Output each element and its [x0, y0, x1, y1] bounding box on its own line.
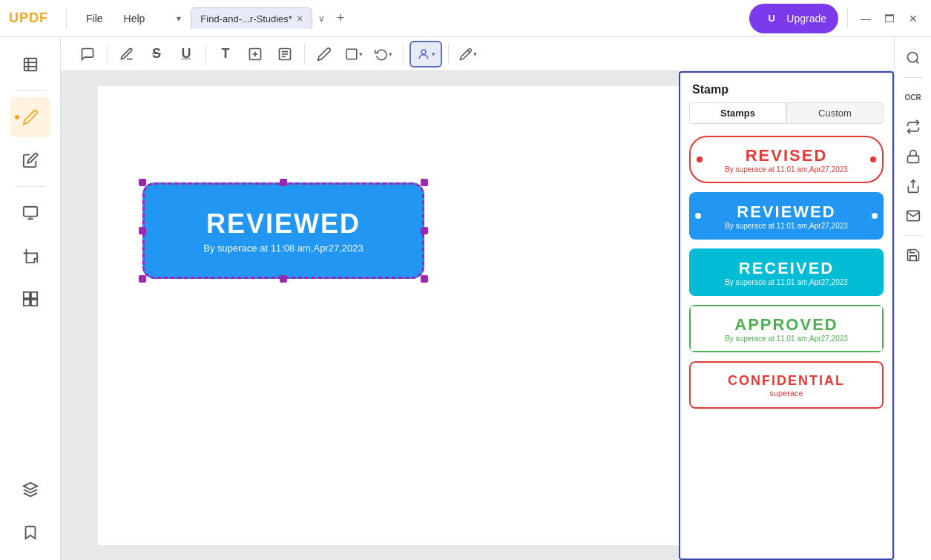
stamp-item-reviewed[interactable]: REVIEWED By superace at 11:01 am,Apr27,2…: [689, 192, 884, 240]
rsb-ocr[interactable]: OCR: [900, 84, 927, 111]
rsb-protect[interactable]: [900, 143, 927, 170]
resize-handle-tr[interactable]: [421, 179, 428, 186]
titlebar: UPDF File Help ▾ Find-and-...r-Studies* …: [0, 0, 931, 37]
user-avatar: U: [761, 8, 782, 29]
upgrade-button[interactable]: U Upgrade: [749, 4, 838, 33]
stamp-reviewed-shape: REVIEWED By superace at 11:01 am,Apr27,2…: [689, 192, 884, 240]
tool-divider2: [205, 45, 206, 64]
menu-file[interactable]: File: [79, 10, 111, 27]
svg-rect-14: [23, 300, 29, 306]
tab-bar: ▾ Find-and-...r-Studies* × ∨ +: [170, 7, 350, 29]
rsb-convert[interactable]: [900, 113, 927, 140]
lsb-organize[interactable]: [10, 193, 50, 233]
rsb-divider1: [904, 77, 922, 78]
tool-text-block[interactable]: [272, 41, 298, 67]
lsb-edit[interactable]: [10, 140, 50, 180]
stamp-approved-title: APPROVED: [734, 315, 838, 335]
svg-rect-9: [23, 207, 36, 217]
svg-rect-15: [30, 300, 36, 306]
rsb-share[interactable]: [900, 173, 927, 200]
svg-rect-12: [23, 292, 29, 298]
rsb-email[interactable]: [900, 202, 927, 229]
svg-rect-13: [30, 292, 36, 298]
stamp-tabs: Stamps Custom: [689, 102, 884, 124]
svg-line-4: [467, 50, 470, 52]
stamp-confidential-title: CONFIDENTIAL: [728, 373, 845, 389]
stamp-arrow: ▾: [432, 50, 435, 58]
titlebar-divider2: [847, 10, 848, 27]
lsb-crop[interactable]: [10, 236, 50, 276]
pdf-canvas: REVIEWED By superace at 11:08 am,Apr27,2…: [98, 86, 708, 545]
lsb-annotate-wrapper: [10, 97, 50, 137]
stamp-item-confidential[interactable]: CONFIDENTIAL superace: [689, 361, 884, 409]
tool-rotate[interactable]: ▾: [370, 41, 397, 67]
tab-dropdown[interactable]: ∨: [318, 13, 325, 24]
active-indicator: [15, 115, 19, 119]
resize-handle-mr[interactable]: [421, 227, 428, 234]
svg-point-3: [421, 50, 426, 54]
tool-highlight[interactable]: [114, 41, 140, 67]
active-tab[interactable]: Find-and-...r-Studies* ×: [191, 7, 312, 29]
lsb-bookmark[interactable]: [10, 513, 50, 553]
lsb-layers[interactable]: [10, 470, 50, 510]
stamp-revised-shape: REVISED By superace at 11:01 am,Apr27,20…: [689, 136, 884, 183]
svg-rect-2: [346, 49, 357, 59]
canvas-stamp-inner: REVIEWED By superace at 11:08 am,Apr27,2…: [142, 182, 424, 279]
tool-text-box[interactable]: [242, 41, 269, 67]
minimize-button[interactable]: —: [857, 10, 875, 27]
stamp-dot-left: [697, 157, 703, 162]
stamp-button[interactable]: ▾: [409, 41, 442, 67]
stamp-list: REVISED By superace at 11:01 am,Apr27,20…: [680, 131, 892, 559]
tab-add-btn[interactable]: +: [331, 9, 350, 28]
close-button[interactable]: ✕: [904, 10, 922, 27]
tool-strikethrough[interactable]: S: [143, 41, 170, 67]
tool-divider5: [448, 45, 449, 64]
rsb-divider2: [904, 235, 922, 236]
maximize-button[interactable]: 🗖: [881, 10, 898, 27]
lsb-pages[interactable]: [10, 45, 50, 85]
stamp-item-received[interactable]: RECEIVED By superace at 11:01 am,Apr27,2…: [689, 248, 884, 296]
rotate-arrow: ▾: [389, 50, 392, 58]
resize-handle-tc[interactable]: [280, 179, 287, 186]
svg-marker-16: [23, 483, 36, 490]
stamp-item-revised[interactable]: REVISED By superace at 11:01 am,Apr27,20…: [689, 136, 884, 183]
tool-divider4: [403, 45, 404, 64]
rsb-search[interactable]: [900, 45, 927, 71]
tool-underline[interactable]: U: [173, 41, 200, 67]
shape-arrow: ▾: [359, 50, 363, 58]
tab-close-btn[interactable]: ×: [297, 13, 303, 24]
main-content: REVIEWED By superace at 11:08 am,Apr27,2…: [61, 71, 894, 560]
stamp-revised-title: REVISED: [746, 146, 828, 165]
tab-custom[interactable]: Custom: [786, 102, 884, 124]
stamp-panel: Stamp Stamps Custom REVISED By superace …: [679, 71, 894, 560]
resize-handle-ml[interactable]: [139, 227, 146, 234]
lsb-combine[interactable]: [10, 279, 50, 319]
stamp-received-subtitle: By superace at 11:01 am,Apr27,2023: [725, 278, 848, 286]
resize-handle-bl[interactable]: [139, 275, 146, 283]
tool-text-comment[interactable]: T: [212, 41, 239, 67]
tool-sign[interactable]: ▾: [455, 41, 481, 67]
stamp-reviewed-dot-right: [872, 213, 878, 219]
upgrade-label: Upgrade: [786, 13, 826, 24]
rsb-save[interactable]: [900, 242, 927, 269]
stamp-dot-right: [870, 157, 876, 162]
stamp-reviewed-dot-left: [695, 213, 701, 219]
lsb-divider2: [16, 186, 45, 187]
tool-draw[interactable]: [311, 41, 338, 67]
resize-handle-bc[interactable]: [280, 275, 287, 283]
svg-point-17: [907, 53, 917, 62]
tab-stamps[interactable]: Stamps: [689, 102, 786, 124]
stamp-received-shape: RECEIVED By superace at 11:01 am,Apr27,2…: [689, 248, 884, 296]
stamp-revised-subtitle: By superace at 11:01 am,Apr27,2023: [725, 165, 848, 174]
canvas-stamp[interactable]: REVIEWED By superace at 11:08 am,Apr27,2…: [142, 182, 424, 279]
resize-handle-br[interactable]: [421, 275, 428, 283]
stamp-item-approved[interactable]: APPROVED By superace at 11:01 am,Apr27,2…: [689, 305, 884, 352]
svg-line-18: [915, 61, 918, 64]
tool-shape[interactable]: ▾: [341, 41, 367, 67]
stamp-confidential-subtitle: superace: [769, 389, 803, 398]
resize-handle-tl[interactable]: [139, 179, 146, 186]
tab-list-arrow[interactable]: ▾: [170, 10, 188, 27]
menu-help[interactable]: Help: [116, 10, 153, 27]
tool-comment[interactable]: [74, 41, 101, 67]
lsb-divider1: [16, 90, 45, 91]
